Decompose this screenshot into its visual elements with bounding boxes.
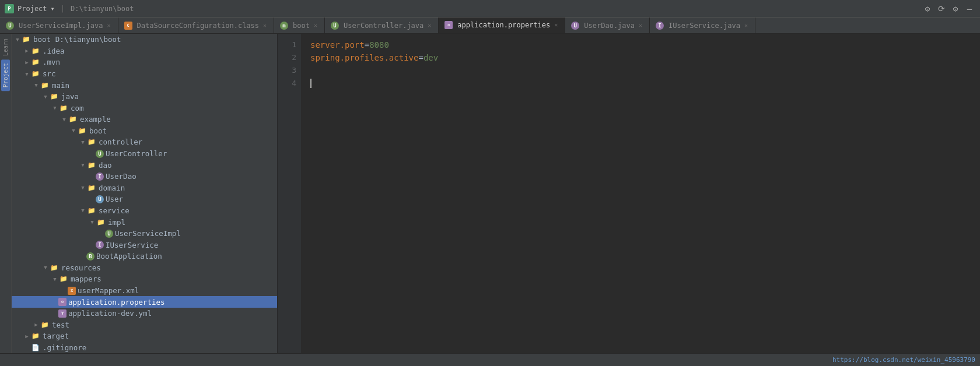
refresh-icon[interactable]: ⟳ <box>936 3 947 15</box>
arrow-mvn: ▶ <box>23 59 30 65</box>
tree-item-appprops-file[interactable]: ⚙ application.properties <box>12 296 277 308</box>
tree-item-userserviceimpl-file[interactable]: U UserServiceImpl <box>12 228 277 240</box>
arrow-impl: ▼ <box>89 219 96 225</box>
project-label: Project <box>18 5 47 13</box>
arrow-com: ▼ <box>51 105 58 111</box>
folder-icon-boot-root: 📁 <box>21 36 32 44</box>
arrow-java: ▼ <box>42 94 49 100</box>
dropdown-arrow[interactable]: ▾ <box>51 5 55 13</box>
tab-boot-close[interactable]: ✕ <box>313 22 318 29</box>
tree-item-bootapplication-file[interactable]: B BootApplication <box>12 251 277 262</box>
tab-usercontroller-label: UserController.java <box>344 22 424 30</box>
folder-icon-main: 📁 <box>40 81 50 89</box>
code-line-3 <box>310 64 980 77</box>
tree-item-target[interactable]: ▶ 📁 target <box>12 330 277 342</box>
tree-item-user-file[interactable]: U User <box>12 193 277 205</box>
label-com: com <box>71 104 84 112</box>
arrow-service: ▼ <box>79 207 86 213</box>
tree-item-boot-root[interactable]: ▼ 📁 boot D:\tianyun\boot <box>12 34 277 45</box>
folder-icon-impl: 📁 <box>96 218 106 226</box>
minimize-icon[interactable]: — <box>964 3 975 15</box>
code-line-1: server.port=8080 <box>310 38 980 51</box>
panel-project[interactable]: Project <box>1 59 10 91</box>
tab-datasource-close[interactable]: ✕ <box>262 22 268 29</box>
settings-icon[interactable]: ⚙ <box>922 3 933 15</box>
tree-item-dao[interactable]: ▼ 📁 dao <box>12 159 277 171</box>
tree-item-boot-pkg[interactable]: ▼ 📁 boot <box>12 125 277 137</box>
label-target: target <box>43 332 69 340</box>
datasource-tab-icon: C <box>124 22 132 30</box>
arrow-test: ▶ <box>33 322 40 328</box>
label-main: main <box>52 81 69 90</box>
tab-userdao[interactable]: U UserDao.java ✕ <box>565 17 650 33</box>
tree-item-test[interactable]: ▶ 📁 test <box>12 319 277 330</box>
tree-item-domain[interactable]: ▼ 📁 domain <box>12 182 277 194</box>
tab-usercontroller[interactable]: U UserController.java ✕ <box>325 17 439 33</box>
tree-item-gitignore[interactable]: 📄 .gitignore <box>12 342 277 353</box>
tree-item-src[interactable]: ▼ 📁 src <box>12 68 277 80</box>
boot-tab-icon: m <box>280 22 288 30</box>
label-test: test <box>52 321 69 329</box>
tree-item-main[interactable]: ▼ 📁 main <box>12 79 277 91</box>
tree-item-service[interactable]: ▼ 📁 service <box>12 205 277 217</box>
tree-item-com[interactable]: ▼ 📁 com <box>12 102 277 114</box>
label-controller: controller <box>99 138 142 146</box>
tab-datasource[interactable]: C DataSourceConfiguration.class ✕ <box>118 17 275 33</box>
iuserservice-interface-icon: I <box>96 241 104 249</box>
tree-item-java[interactable]: ▼ 📁 java <box>12 91 277 103</box>
gitignore-file-icon: 📄 <box>30 343 41 351</box>
arrow-boot-root: ▼ <box>14 37 21 43</box>
tab-boot[interactable]: m boot ✕ <box>274 17 325 33</box>
code-line-4 <box>310 77 980 90</box>
tree-item-idea[interactable]: ▶ 📁 .idea <box>12 45 277 57</box>
tree-item-userdao-file[interactable]: I UserDao <box>12 171 277 182</box>
usermapper-xml-icon: X <box>68 287 76 295</box>
usercontroller-class-icon: U <box>96 150 104 158</box>
tab-usercontroller-close[interactable]: ✕ <box>426 22 432 29</box>
label-appdevyml-file: application-dev.yml <box>68 309 152 318</box>
code-body[interactable]: server.port=8080 spring.profiles.active=… <box>301 34 980 353</box>
tree-item-impl[interactable]: ▼ 📁 impl <box>12 216 277 228</box>
tab-applicationproperties-close[interactable]: ✕ <box>553 21 559 29</box>
title-bar: P Project ▾ | D:\tianyun\boot ⚙ ⟳ ⚙ — <box>0 0 980 17</box>
folder-icon-mappers: 📁 <box>58 275 69 283</box>
tree-item-example[interactable]: ▼ 📁 example <box>12 114 277 125</box>
tab-userserviceimpl-close[interactable]: ✕ <box>106 22 112 29</box>
tab-userdao-close[interactable]: ✕ <box>638 22 643 29</box>
title-bar-actions: ⚙ ⟳ ⚙ — <box>922 3 975 15</box>
label-iuserservice-file: IUserService <box>106 241 158 249</box>
tree-item-resources[interactable]: ▼ 📁 resources <box>12 262 277 274</box>
tab-boot-label: boot <box>293 22 310 30</box>
folder-icon-test: 📁 <box>40 321 50 329</box>
label-usermapper-file: userMapper.xml <box>78 286 139 295</box>
arrow-mappers: ▼ <box>51 276 58 282</box>
tree-item-usermapper-file[interactable]: X userMapper.xml <box>12 285 277 297</box>
folder-icon-src: 📁 <box>30 70 41 78</box>
tab-applicationproperties-label: application.properties <box>457 21 550 29</box>
tree-item-appdevyml-file[interactable]: Y application-dev.yml <box>12 308 277 319</box>
arrow-idea: ▶ <box>23 48 30 54</box>
gear-icon[interactable]: ⚙ <box>950 3 961 15</box>
panel-learn[interactable]: Learn <box>1 35 10 59</box>
tree-item-iuserservice-file[interactable]: I IUserService <box>12 239 277 251</box>
iuserservice-tab-icon: I <box>656 22 664 30</box>
label-userdao-file: UserDao <box>106 172 136 181</box>
tree-item-controller[interactable]: ▼ 📁 controller <box>12 136 277 148</box>
userdao-tab-icon: U <box>571 22 579 30</box>
tab-userserviceimpl[interactable]: U UserServiceImpl.java ✕ <box>0 17 118 33</box>
left-panel-strip: Learn Project <box>0 34 12 353</box>
userdao-interface-icon: I <box>96 173 104 181</box>
tab-iuserservice[interactable]: I IUserService.java ✕ <box>650 17 755 33</box>
tree-item-mvn[interactable]: ▶ 📁 .mvn <box>12 57 277 68</box>
tree-item-mappers[interactable]: ▼ 📁 mappers <box>12 273 277 285</box>
label-impl: impl <box>108 218 125 227</box>
line1-value: 8080 <box>369 38 389 51</box>
tree-item-usercontroller-file[interactable]: U UserController <box>12 148 277 160</box>
editor-content[interactable]: 1 2 3 4 server.port=8080 spring.profiles… <box>278 34 980 353</box>
tab-applicationproperties[interactable]: ⚙ application.properties ✕ <box>439 17 565 33</box>
label-src: src <box>43 69 56 78</box>
tab-iuserservice-close[interactable]: ✕ <box>743 22 749 29</box>
arrow-main: ▼ <box>33 82 40 88</box>
label-boot-pkg: boot <box>89 126 107 135</box>
arrow-domain: ▼ <box>79 185 86 191</box>
